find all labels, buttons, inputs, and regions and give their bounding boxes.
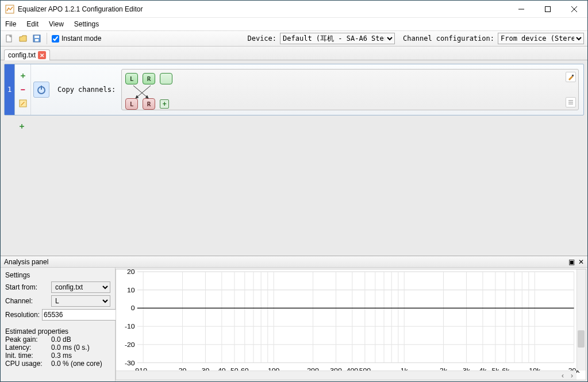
svg-line-13 [136, 86, 151, 98]
options-icon[interactable] [566, 97, 576, 107]
output-node-l[interactable]: L [125, 98, 138, 110]
tab-bar: config.txt ✕ [1, 47, 587, 60]
channel-config-select[interactable]: From device (Stereo) [498, 33, 584, 44]
power-button[interactable] [33, 82, 49, 98]
menubar: File Edit View Settings [1, 18, 587, 30]
chart-scrollbar-v[interactable] [577, 269, 586, 371]
svg-rect-14 [572, 75, 574, 76]
svg-rect-7 [34, 36, 39, 38]
input-node-r[interactable]: R [143, 73, 155, 84]
analysis-close-icon[interactable]: ✕ [578, 258, 584, 266]
titlebar: Equalizer APO 1.2.1 Configuration Editor [1, 1, 587, 18]
analysis-settings: Settings Start from:config.txt Channel:L… [1, 268, 116, 381]
maximize-button[interactable] [535, 1, 561, 18]
svg-rect-2 [545, 6, 551, 11]
start-from-select[interactable]: config.txt [51, 281, 110, 293]
svg-text:-10: -10 [125, 322, 135, 330]
svg-text:-20: -20 [125, 341, 135, 349]
track-row: 1 ＋ − Copy channels: L R [4, 64, 584, 115]
input-node-empty[interactable] [160, 73, 172, 84]
main-window: Equalizer APO 1.2.1 Configuration Editor… [0, 0, 588, 382]
menu-edit[interactable]: Edit [26, 20, 39, 28]
instant-mode-checkbox[interactable]: Instant mode [52, 34, 101, 43]
svg-text:-30: -30 [125, 359, 135, 367]
device-label: Device: [247, 34, 276, 43]
svg-line-12 [133, 86, 148, 98]
analysis-panel: Analysis panel ▣ ✕ Settings Start from:c… [1, 256, 587, 381]
brush-icon[interactable] [566, 72, 576, 82]
chart-scrollbar-h[interactable]: ‹› [116, 371, 577, 380]
frequency-chart: 20100-10-20-3091020304050601002003004005… [116, 269, 586, 380]
channel-config-label: Channel configuration: [403, 34, 494, 43]
analysis-title-text: Analysis panel [4, 258, 48, 266]
minimize-button[interactable] [508, 1, 535, 18]
device-select[interactable]: Default (耳机 - SA-A6 Stereo) [280, 33, 395, 44]
settings-heading: Settings [5, 271, 110, 279]
add-icon[interactable]: ＋ [18, 71, 28, 81]
row-number: 1 [5, 64, 15, 115]
input-node-l[interactable]: L [125, 73, 138, 84]
add-row-button[interactable]: ＋ [17, 121, 27, 132]
cpu-value: 0.0 % (one core) [51, 360, 110, 368]
output-node-r[interactable]: R [143, 98, 155, 110]
svg-text:0: 0 [131, 304, 135, 312]
svg-rect-8 [35, 39, 39, 41]
app-icon [5, 5, 14, 14]
svg-text:10: 10 [127, 286, 135, 294]
analysis-undock-icon[interactable]: ▣ [568, 258, 575, 266]
tab-config[interactable]: config.txt ✕ [4, 49, 50, 60]
menu-settings[interactable]: Settings [74, 20, 99, 28]
row-actions: ＋ − [15, 64, 31, 115]
init-time-value: 0.3 ms [51, 352, 110, 360]
new-file-button[interactable] [4, 33, 14, 44]
node-panel: L R L R + [121, 69, 579, 110]
tab-close-icon[interactable]: ✕ [38, 51, 46, 59]
estimated-heading: Estimated properties [5, 327, 110, 335]
window-title: Equalizer APO 1.2.1 Configuration Editor [18, 5, 508, 13]
track-label: Copy channels: [52, 64, 121, 115]
latency-value: 0.0 ms (0 s.) [51, 344, 110, 352]
remove-icon[interactable]: − [18, 84, 28, 95]
close-button[interactable] [561, 1, 587, 18]
menu-view[interactable]: View [49, 20, 64, 28]
menu-file[interactable]: File [5, 20, 16, 28]
edit-icon[interactable] [18, 98, 28, 109]
work-area: 1 ＋ − Copy channels: L R [1, 60, 587, 256]
open-file-button[interactable] [18, 33, 28, 44]
save-file-button[interactable] [32, 33, 42, 44]
peak-gain-value: 0.0 dB [51, 335, 110, 344]
channel-select[interactable]: L [51, 295, 110, 307]
add-output-node[interactable]: + [160, 99, 169, 109]
svg-text:20: 20 [127, 269, 135, 276]
toolbar: Instant mode Device: Default (耳机 - SA-A6… [1, 30, 587, 47]
